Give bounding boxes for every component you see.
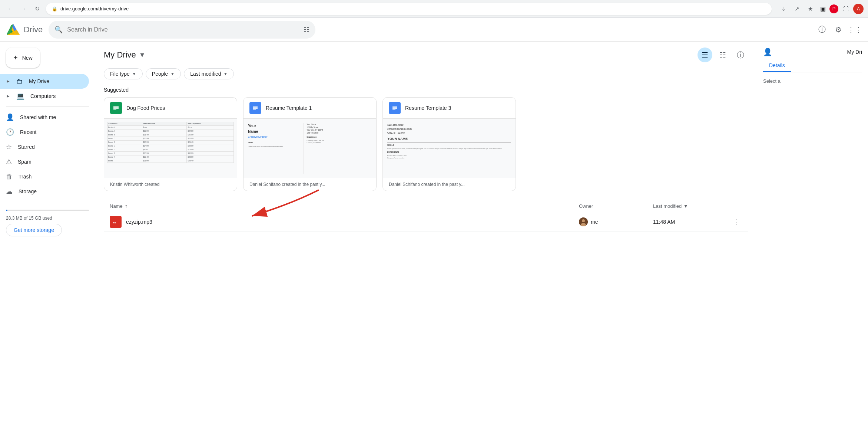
sidebar-item-shared[interactable]: 👤 Shared with me	[0, 110, 89, 125]
filter-people[interactable]: People ▼	[146, 68, 181, 79]
owner-name-ezyzip: me	[591, 219, 598, 225]
file-owner-ezyzip: me	[579, 217, 653, 226]
sidebar-item-spam[interactable]: ⚠ Spam	[0, 154, 89, 169]
search-input[interactable]	[67, 26, 299, 33]
card-dog-food-footer: Kristin Whitworth created	[104, 178, 237, 191]
file-modified-ezyzip: 11:48 AM	[653, 219, 727, 225]
file-row-ezyzip[interactable]: ez ezyzip.mp3	[104, 212, 748, 232]
filter-file-type[interactable]: File type ▼	[104, 68, 143, 79]
title-chevron-icon: ▼	[139, 51, 146, 59]
svg-rect-9	[112, 104, 120, 112]
share-icon[interactable]: ↗	[791, 3, 803, 15]
drive-title-text: My Drive	[104, 50, 136, 60]
sidebar-label-recent: Recent	[20, 129, 36, 135]
card-dog-food-title: Dog Food Prices	[126, 105, 165, 111]
list-view-button[interactable]: ☰	[698, 47, 712, 62]
card-resume-3-preview: 123-456-7890email@domain.comCity, ST 123…	[383, 119, 516, 178]
logo-text: Drive	[24, 25, 43, 35]
search-bar[interactable]: 🔍 ☷	[49, 21, 315, 39]
svg-rect-13	[113, 109, 116, 110]
col-name-label: Name	[110, 203, 123, 209]
help-icon[interactable]: ⓘ	[815, 22, 829, 37]
svg-rect-23	[392, 109, 395, 110]
content-inner: My Drive ▼ ☰ ☷ ⓘ File type ▼	[95, 42, 757, 237]
fullscreen-icon[interactable]: ⛶	[840, 3, 852, 15]
sort-down-icon: ▼	[683, 203, 688, 209]
card-resume-1[interactable]: Resume Template 1 YourName Creative Dire…	[243, 97, 377, 191]
file-row-container: ez ezyzip.mp3	[104, 212, 748, 232]
app: Drive 🔍 ☷ ⓘ ⚙ ⋮⋮ + New ► 🗀 My Drive	[0, 18, 868, 423]
svg-rect-18	[253, 109, 256, 110]
extension-pinterest-icon[interactable]: P	[829, 4, 838, 13]
bookmark-icon[interactable]: ★	[804, 3, 816, 15]
owner-avatar-ezyzip	[579, 217, 588, 226]
select-text: Select a	[763, 78, 781, 84]
extension-grid-icon[interactable]: ▣	[818, 4, 828, 14]
drive-logo-icon	[6, 22, 21, 37]
settings-icon[interactable]: ⚙	[831, 22, 846, 37]
browser-nav: ← → ↻	[4, 3, 43, 15]
app-header: Drive 🔍 ☷ ⓘ ⚙ ⋮⋮	[0, 18, 868, 42]
card-dog-food[interactable]: Dog Food Prices AdvertiserThin DiscountW…	[104, 97, 237, 191]
filter-people-chevron: ▼	[170, 71, 175, 76]
nav-divider	[6, 106, 89, 107]
grid-view-button[interactable]: ☷	[715, 47, 730, 62]
panel-tabs: Details	[763, 59, 862, 72]
sidebar-item-starred[interactable]: ☆ Starred	[0, 140, 89, 154]
sidebar-item-my-drive[interactable]: ► 🗀 My Drive	[0, 74, 89, 89]
clock-icon: 🕐	[6, 128, 14, 136]
filter-last-modified[interactable]: Last modified ▼	[184, 68, 234, 79]
main: + New ► 🗀 My Drive ► 💻 Computers 👤 Share…	[0, 42, 868, 423]
storage-bar-bg	[6, 210, 89, 211]
drive-title[interactable]: My Drive ▼	[104, 50, 146, 60]
svg-rect-15	[253, 106, 258, 106]
sidebar-item-computers[interactable]: ► 💻 Computers	[0, 89, 89, 104]
card-resume-3[interactable]: Resume Template 3 123-456-7890email@doma…	[382, 97, 516, 191]
right-panel-header: 👤 My Dri	[763, 47, 862, 56]
get-storage-button[interactable]: Get more storage	[6, 224, 62, 236]
sidebar-item-trash[interactable]: 🗑 Trash	[0, 169, 89, 184]
info-button[interactable]: ⓘ	[733, 47, 748, 62]
download-icon[interactable]: ⇩	[778, 3, 789, 15]
address-bar[interactable]: 🔒 drive.google.com/drive/my-drive	[46, 3, 772, 15]
filter-file-type-chevron: ▼	[132, 71, 136, 76]
file-actions-ezyzip: ⋮	[727, 216, 742, 228]
expand-arrow-icon: ►	[6, 79, 10, 84]
storage-text: 28.3 MB of 15 GB used	[6, 216, 89, 221]
back-button[interactable]: ←	[4, 3, 16, 15]
tab-details[interactable]: Details	[763, 59, 791, 72]
apps-grid-icon[interactable]: ⋮⋮	[847, 22, 862, 37]
col-modified-header[interactable]: Last modified ▼	[653, 203, 727, 209]
new-button[interactable]: + New	[6, 47, 40, 68]
search-options-icon[interactable]: ☷	[304, 26, 309, 34]
sidebar-item-storage[interactable]: ☁ Storage	[0, 184, 89, 199]
filter-last-modified-chevron: ▼	[223, 71, 228, 76]
forward-button[interactable]: →	[18, 3, 30, 15]
computers-expand-icon: ►	[6, 94, 10, 99]
docs-icon-3	[389, 102, 401, 114]
suggested-grid: Dog Food Prices AdvertiserThin DiscountW…	[104, 97, 748, 191]
docs-icon-1	[249, 102, 261, 114]
more-options-button-ezyzip[interactable]: ⋮	[730, 216, 742, 228]
svg-rect-17	[253, 108, 258, 109]
col-owner-label: Owner	[579, 203, 593, 209]
browser-actions: ⇩ ↗ ★ ▣ P ⛶ A	[778, 3, 864, 15]
sidebar-item-recent[interactable]: 🕐 Recent	[0, 125, 89, 140]
get-storage-label: Get more storage	[14, 227, 54, 233]
reload-button[interactable]: ↻	[31, 3, 43, 15]
profile-avatar[interactable]: A	[853, 4, 864, 14]
svg-rect-19	[391, 104, 398, 112]
card-resume-1-footer: Daniel Schifano created in the past y...	[243, 178, 376, 191]
svg-rect-14	[252, 104, 259, 112]
card-resume-3-header: Resume Template 3	[383, 98, 516, 119]
right-panel: 👤 My Dri Details Select a	[757, 42, 868, 423]
col-name-header[interactable]: Name ↑	[110, 203, 579, 209]
content-area: My Drive ▼ ☰ ☷ ⓘ File type ▼	[95, 42, 757, 423]
sidebar-label-my-drive: My Drive	[29, 78, 49, 84]
svg-point-27	[582, 219, 585, 222]
card-resume-3-footer: Daniel Schifano created in the past y...	[383, 178, 516, 191]
sidebar: + New ► 🗀 My Drive ► 💻 Computers 👤 Share…	[0, 42, 95, 423]
url-text: drive.google.com/drive/my-drive	[60, 6, 129, 12]
card-dog-food-header: Dog Food Prices	[104, 98, 237, 119]
logo[interactable]: Drive	[6, 22, 43, 37]
